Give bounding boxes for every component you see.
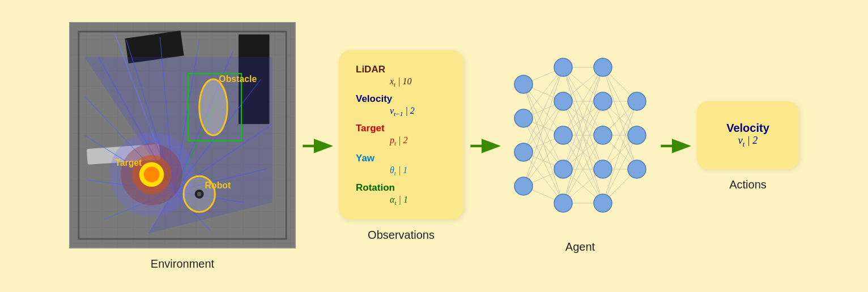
actions-velocity-formula: vt | 2 [738, 135, 758, 149]
arrow-1-svg [300, 135, 334, 157]
svg-text:Robot: Robot [205, 181, 231, 190]
observations-box: LiDAR xt | 10 Velocity vt−1 | 2 Target p… [339, 50, 463, 220]
nn-container [507, 39, 654, 231]
arrow-obs-to-agent [463, 135, 507, 157]
svg-point-105 [554, 126, 572, 144]
obs-rotation-formula: αt | 1 [390, 195, 408, 206]
diagram-container: Obstacle Target Robot Environment LiDAR … [0, 0, 868, 292]
environment-image: Obstacle Target Robot [69, 22, 296, 248]
svg-point-29 [199, 79, 228, 135]
svg-point-109 [594, 92, 612, 110]
svg-point-107 [554, 194, 572, 212]
observations-label: Observations [368, 229, 435, 242]
arrow-3-svg [658, 135, 692, 157]
obs-yaw-formula: θt | 1 [390, 165, 407, 177]
agent-label: Agent [565, 241, 595, 254]
obs-velocity-formula: vt−1 | 2 [390, 106, 415, 117]
svg-point-112 [594, 194, 612, 212]
obs-target-formula: pt | 2 [390, 135, 408, 147]
svg-point-113 [628, 92, 646, 110]
svg-point-111 [594, 160, 612, 178]
arrow-env-to-obs [296, 135, 339, 157]
environment-section: Obstacle Target Robot Environment [69, 22, 296, 270]
obs-lidar-label: LiDAR [356, 64, 385, 75]
obs-velocity-label: Velocity [356, 93, 392, 105]
neural-network-svg [507, 39, 654, 231]
svg-line-44 [524, 67, 563, 118]
svg-point-28 [144, 166, 160, 182]
arrow-agent-to-actions [654, 135, 697, 157]
svg-point-100 [514, 109, 533, 127]
actions-box: Velocity vt | 2 [697, 101, 799, 169]
svg-point-101 [514, 143, 533, 161]
obs-rotation-label: Rotation [356, 182, 395, 194]
observations-section: LiDAR xt | 10 Velocity vt−1 | 2 Target p… [339, 50, 463, 242]
arrow-2-svg [468, 135, 502, 157]
svg-point-102 [514, 177, 533, 195]
obs-yaw-label: Yaw [356, 153, 375, 164]
svg-text:Target: Target [115, 158, 142, 168]
svg-point-114 [628, 126, 646, 144]
svg-text:Obstacle: Obstacle [219, 74, 257, 83]
obs-lidar-formula: xt | 10 [390, 76, 412, 88]
environment-label: Environment [151, 257, 214, 270]
obs-target-label: Target [356, 123, 385, 134]
environment-svg: Obstacle Target Robot [70, 23, 295, 247]
svg-point-33 [197, 191, 202, 196]
svg-point-103 [554, 58, 572, 76]
svg-point-106 [554, 160, 572, 178]
agent-section: Agent [507, 39, 654, 254]
svg-point-115 [628, 160, 646, 178]
svg-line-96 [603, 101, 637, 203]
actions-velocity-label: Velocity [726, 122, 769, 135]
actions-label: Actions [729, 178, 767, 191]
svg-line-56 [524, 135, 563, 186]
svg-point-110 [594, 126, 612, 144]
actions-section: Velocity vt | 2 Actions [697, 101, 799, 191]
svg-point-108 [594, 58, 612, 76]
svg-point-104 [554, 92, 572, 110]
svg-point-99 [514, 75, 533, 93]
